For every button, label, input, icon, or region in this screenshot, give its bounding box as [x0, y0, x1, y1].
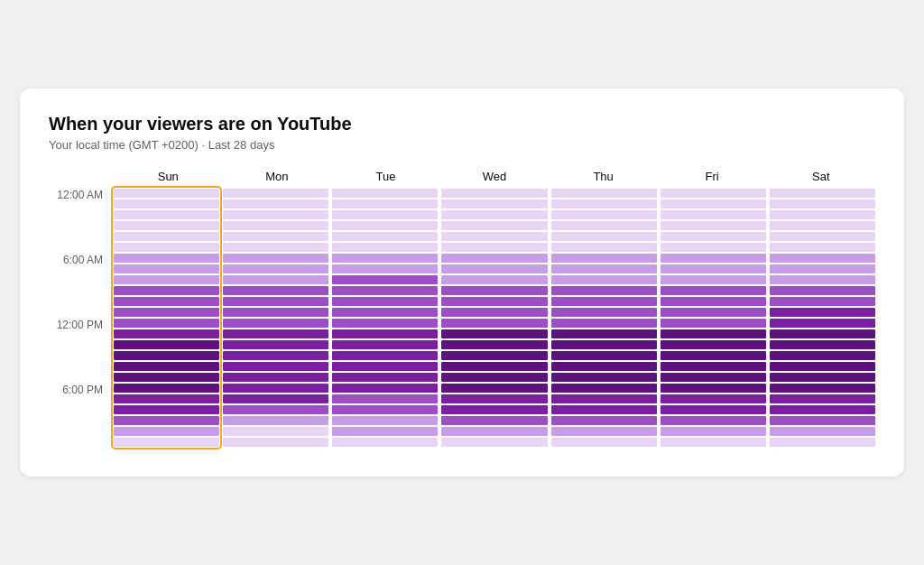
heat-cell	[223, 319, 328, 328]
day-column-wed[interactable]	[441, 189, 547, 447]
heat-cell	[551, 308, 657, 317]
heat-cell	[770, 427, 875, 436]
heat-cell	[114, 286, 219, 295]
heat-cell	[332, 308, 438, 317]
heat-cell	[114, 384, 219, 393]
heat-cell	[551, 329, 657, 338]
heat-cell	[770, 362, 875, 371]
heat-cell	[114, 297, 219, 306]
heat-cell	[551, 221, 657, 230]
y-label: 6:00 AM	[63, 255, 103, 265]
heat-cell	[332, 189, 438, 198]
heat-cell	[332, 221, 438, 230]
heat-cell	[114, 362, 219, 371]
heat-cell	[332, 199, 438, 208]
y-label: 12:00 AM	[57, 190, 103, 200]
heat-cell	[332, 329, 438, 338]
heat-cell	[223, 254, 328, 263]
card-title: When your viewers are on YouTube	[49, 114, 875, 134]
heat-cell	[114, 351, 219, 360]
heat-cell	[661, 232, 766, 241]
y-label: 12:00 PM	[57, 320, 103, 330]
heat-cell	[223, 340, 328, 349]
heat-cell	[223, 329, 328, 338]
heat-cell	[332, 405, 438, 414]
heat-cell	[551, 232, 657, 241]
heat-cell	[441, 319, 547, 328]
day-column-sat[interactable]	[770, 189, 875, 447]
day-header: Fri	[658, 170, 767, 183]
heat-cell	[114, 427, 219, 436]
heat-cell	[223, 264, 328, 273]
day-column-mon[interactable]	[223, 189, 328, 447]
heat-cell	[661, 199, 766, 208]
heat-cell	[332, 373, 438, 382]
chart-container: 12:00 AM6:00 AM12:00 PM6:00 PM SunMonTue…	[49, 170, 875, 455]
heat-cell	[114, 394, 219, 403]
heat-cell	[223, 416, 328, 425]
heat-cell	[114, 416, 219, 425]
heat-cell	[332, 210, 438, 219]
heat-cell	[332, 384, 438, 393]
day-column-sun[interactable]	[114, 189, 219, 447]
y-label: 6:00 PM	[62, 384, 103, 395]
heat-cell	[441, 210, 547, 219]
heat-cell	[332, 427, 438, 436]
heat-cell	[661, 319, 766, 328]
heat-cell	[114, 329, 219, 338]
heat-cell	[770, 329, 875, 338]
heat-cell	[551, 297, 657, 306]
day-header: Tue	[331, 170, 440, 183]
heat-cell	[114, 340, 219, 349]
heat-cell	[661, 373, 766, 382]
heat-cell	[332, 243, 438, 252]
heat-cell	[770, 254, 875, 263]
heat-cell	[551, 384, 657, 393]
heat-cell	[770, 308, 875, 317]
heat-cell	[223, 427, 328, 436]
heat-cell	[223, 243, 328, 252]
day-header: Thu	[549, 170, 658, 183]
heat-cell	[551, 340, 657, 349]
heat-cell	[114, 275, 219, 284]
heat-cell	[223, 351, 328, 360]
card: When your viewers are on YouTube Your lo…	[20, 88, 904, 477]
heat-cell	[770, 351, 875, 360]
heat-cell	[770, 286, 875, 295]
heat-cell	[223, 394, 328, 403]
day-header: Sun	[114, 170, 223, 183]
day-column-fri[interactable]	[661, 189, 766, 447]
heat-cell	[223, 210, 328, 219]
heat-cell	[551, 351, 657, 360]
heat-cell	[223, 297, 328, 306]
heat-cell	[661, 275, 766, 284]
heat-cell	[661, 438, 766, 447]
heat-cell	[223, 405, 328, 414]
heat-cell	[223, 286, 328, 295]
heat-cell	[441, 373, 547, 382]
heat-cell	[223, 373, 328, 382]
heat-cell	[441, 264, 547, 273]
heat-cell	[441, 351, 547, 360]
day-column-thu[interactable]	[551, 189, 657, 447]
heat-cell	[114, 405, 219, 414]
heat-cell	[551, 319, 657, 328]
heat-cell	[551, 254, 657, 263]
heat-cell	[770, 264, 875, 273]
heat-cell	[551, 373, 657, 382]
heat-cell	[332, 351, 438, 360]
heat-cell	[661, 210, 766, 219]
heat-cell	[551, 199, 657, 208]
heat-cell	[551, 438, 657, 447]
heat-cell	[114, 319, 219, 328]
heat-cell	[332, 264, 438, 273]
heat-cell	[551, 427, 657, 436]
day-column-tue[interactable]	[332, 189, 438, 447]
heat-cell	[661, 286, 766, 295]
heat-cell	[441, 221, 547, 230]
heat-cell	[661, 427, 766, 436]
heat-cell	[551, 394, 657, 403]
heat-cell	[441, 243, 547, 252]
heat-cell	[770, 394, 875, 403]
heat-cell	[441, 438, 547, 447]
